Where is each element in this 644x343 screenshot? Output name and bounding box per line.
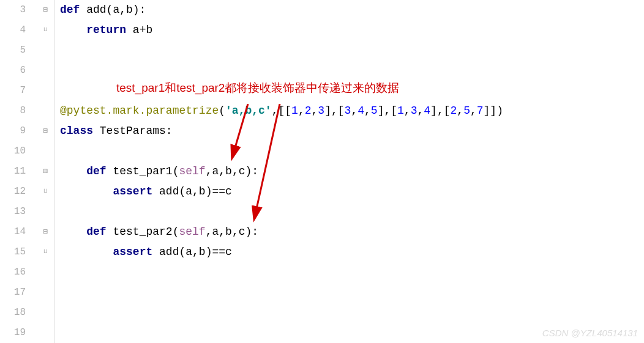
fold-spacer <box>37 141 54 161</box>
number: 7 <box>477 105 484 117</box>
line-number: 14 <box>0 222 37 242</box>
self-param: self <box>179 165 205 177</box>
line-number: 4 <box>0 20 37 40</box>
number: 1 <box>397 105 404 117</box>
line-number: 17 <box>0 282 37 303</box>
number: 2 <box>451 105 457 117</box>
string-literal: 'a,b,c' <box>225 105 272 117</box>
fold-end-icon <box>37 242 54 262</box>
fold-spacer <box>37 101 54 121</box>
fold-toggle-icon[interactable] <box>37 161 54 182</box>
code-line-3[interactable]: def add(a,b): <box>60 0 644 20</box>
number: 5 <box>371 105 378 117</box>
code-line-14[interactable]: def test_par2(self,a,b,c): <box>60 222 644 242</box>
code-line-11[interactable]: def test_par1(self,a,b,c): <box>60 161 644 182</box>
fold-gutter <box>37 0 55 343</box>
params: ,a,b,c): <box>206 226 258 238</box>
line-number: 10 <box>0 141 37 161</box>
line-number: 6 <box>0 61 37 81</box>
number: 3 <box>345 105 351 117</box>
code-line-16[interactable] <box>60 262 644 282</box>
line-number: 9 <box>0 121 37 141</box>
number: 3 <box>411 105 417 117</box>
annotation-label: test_par1和test_par2都将接收装饰器中传递过来的数据 <box>116 80 399 96</box>
code-line-15[interactable]: assert add(a,b)==c <box>60 242 644 262</box>
fold-spacer <box>37 40 54 61</box>
keyword-def: def <box>86 226 106 238</box>
code-line-8[interactable]: @pytest.mark.parametrize('a,b,c',[[1,2,3… <box>60 101 644 121</box>
code-text: add(a,b)==c <box>152 185 232 197</box>
number: 1 <box>291 105 298 117</box>
code-text: add(a,b)==c <box>152 246 232 258</box>
line-number: 19 <box>0 323 37 343</box>
code-editor[interactable]: 3 4 5 6 7 8 9 10 11 12 13 14 15 16 17 18… <box>0 0 644 343</box>
fold-spacer <box>37 61 54 81</box>
line-number: 8 <box>0 101 37 121</box>
line-number-gutter: 3 4 5 6 7 8 9 10 11 12 13 14 15 16 17 18… <box>0 0 37 343</box>
number: 5 <box>463 105 470 117</box>
paren: ( <box>219 105 225 117</box>
fold-end-icon <box>37 20 54 40</box>
keyword-class: class <box>60 125 93 137</box>
code-line-10[interactable] <box>60 141 644 161</box>
class-name: TestParams: <box>93 125 173 137</box>
line-number: 13 <box>0 202 37 222</box>
keyword-assert: assert <box>113 185 152 197</box>
keyword-def: def <box>86 165 106 177</box>
keyword-return: return <box>86 24 126 36</box>
params: ,a,b,c): <box>206 165 258 177</box>
number: 4 <box>424 105 430 117</box>
fold-spacer <box>37 303 54 323</box>
fold-spacer <box>37 202 54 222</box>
line-number: 18 <box>0 303 37 323</box>
func-name: test_par2 <box>107 226 173 238</box>
code-line-13[interactable] <box>60 202 644 222</box>
number: 3 <box>318 105 324 117</box>
watermark: CSDN @YZL40514131 <box>542 328 638 338</box>
fold-toggle-icon[interactable] <box>37 222 54 242</box>
line-number: 5 <box>0 40 37 61</box>
code-text: a+b <box>126 24 152 36</box>
code-text: ,[[ <box>272 105 291 117</box>
code-line-18[interactable] <box>60 303 644 323</box>
self-param: self <box>179 226 205 238</box>
code-content[interactable]: def add(a,b): return a+b @pytest.mark.pa… <box>55 0 644 343</box>
keyword-def: def <box>60 4 80 16</box>
func-name: test_par1 <box>107 165 173 177</box>
code-line-4[interactable]: return a+b <box>60 20 644 40</box>
line-number: 7 <box>0 81 37 101</box>
fold-spacer <box>37 323 54 343</box>
line-number: 15 <box>0 242 37 262</box>
code-line-12[interactable]: assert add(a,b)==c <box>60 182 644 202</box>
code-line-6[interactable] <box>60 61 644 81</box>
keyword-assert: assert <box>113 246 152 258</box>
code-line-17[interactable] <box>60 282 644 303</box>
decorator: @pytest.mark.parametrize <box>60 105 219 117</box>
fold-toggle-icon[interactable] <box>37 0 54 20</box>
number: 4 <box>358 105 364 117</box>
code-text: add(a,b): <box>80 4 146 16</box>
line-number: 11 <box>0 161 37 182</box>
line-number: 16 <box>0 262 37 282</box>
fold-spacer <box>37 262 54 282</box>
line-number: 12 <box>0 182 37 202</box>
fold-spacer <box>37 81 54 101</box>
fold-toggle-icon[interactable] <box>37 121 54 141</box>
line-number: 3 <box>0 0 37 20</box>
number: 2 <box>305 105 312 117</box>
fold-end-icon <box>37 182 54 202</box>
code-line-9[interactable]: class TestParams: <box>60 121 644 141</box>
fold-spacer <box>37 282 54 303</box>
code-line-5[interactable] <box>60 40 644 61</box>
